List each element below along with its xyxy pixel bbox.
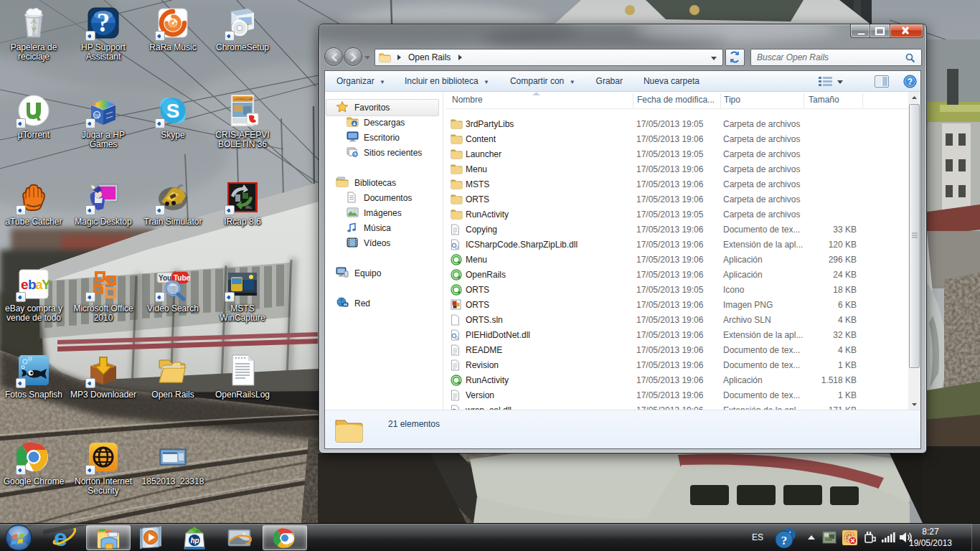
svg-text:LIVINGCAR: LIVINGCAR [234,97,253,101]
svg-text:hp: hp [95,113,100,118]
svg-text:?: ? [781,534,788,547]
svg-text:?: ? [908,77,913,87]
svg-text:?: ? [97,8,110,37]
svg-text:You: You [159,274,171,282]
svg-text:e: e [54,526,67,550]
svg-text:IRc: IRc [245,205,252,209]
svg-text:Tube: Tube [174,274,190,282]
svg-text:Y: Y [42,277,51,292]
svg-text:hp: hp [191,537,199,545]
svg-text:e: e [21,277,29,292]
svg-text:S: S [166,100,180,122]
